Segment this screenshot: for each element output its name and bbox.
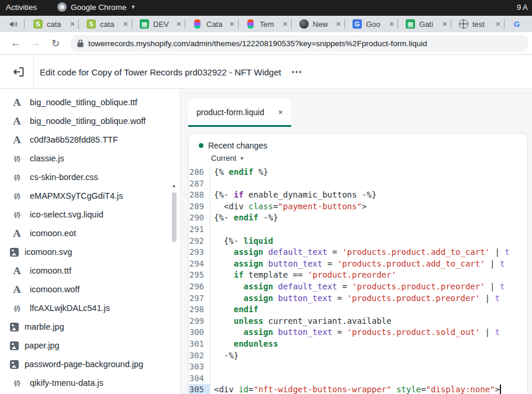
- browser-tab[interactable]: cata ×: [79, 16, 132, 32]
- code-editor: product-form.liquid × Recent changes Cur…: [181, 89, 532, 394]
- tab-close-icon[interactable]: ×: [443, 19, 447, 29]
- code-line[interactable]: if template == 'product.preorder': [214, 269, 527, 281]
- tab-close-icon[interactable]: ×: [123, 19, 128, 29]
- tab-close-icon[interactable]: ×: [230, 19, 234, 29]
- file-item[interactable]: ico-select.svg.liquid: [0, 205, 180, 224]
- font-file-icon: [10, 96, 24, 108]
- code-line[interactable]: assign button_text = 'products.product.a…: [214, 258, 527, 270]
- file-item[interactable]: icomoon.eot: [0, 224, 180, 243]
- sheets-icon: [406, 19, 415, 29]
- tab-close-icon[interactable]: ×: [70, 19, 75, 29]
- code-file-icon: [10, 305, 24, 312]
- file-item[interactable]: marble.jpg: [0, 317, 180, 336]
- file-item[interactable]: cs-skin-border.css: [0, 168, 180, 186]
- reload-button[interactable]: ↻: [46, 37, 65, 50]
- code-line[interactable]: {%- if enable_dynamic_buttons -%}: [214, 189, 527, 201]
- activities-button[interactable]: Activities: [6, 3, 37, 12]
- app-header: Edit code for Copy of Tower Records prd0…: [0, 56, 532, 89]
- scroll-up-icon[interactable]: ▲: [170, 182, 178, 190]
- tab-title: Goo: [366, 20, 387, 29]
- file-name: lfcAXLwjkDALc541.js: [30, 303, 110, 313]
- file-item[interactable]: icomoon.ttf: [0, 261, 180, 280]
- code-line[interactable]: {%- liquid: [214, 236, 527, 247]
- browser-tab[interactable]: test ×: [451, 16, 505, 32]
- code-file-icon: [10, 379, 24, 386]
- file-name: paper.jpg: [25, 341, 60, 350]
- code-line[interactable]: -%}: [214, 350, 527, 362]
- file-item[interactable]: lfcAXLwjkDALc541.js: [0, 299, 180, 317]
- code-file-icon: [10, 192, 24, 199]
- editor-tab-close-icon[interactable]: ×: [278, 108, 283, 117]
- tab-close-icon[interactable]: ×: [496, 19, 500, 29]
- browser-tab[interactable]: cata ×: [26, 16, 79, 32]
- code-line[interactable]: assign button_text = 'products.product.s…: [214, 327, 527, 338]
- browser-tab[interactable]: Gati ×: [398, 16, 451, 32]
- file-item[interactable]: icomoon.svg: [0, 243, 180, 261]
- file-name: marble.jpg: [25, 322, 64, 331]
- address-bar[interactable]: towerrecords.myshopify.com/admin/themes/…: [70, 35, 528, 51]
- code-line[interactable]: assign default_text = 'products.product.…: [214, 281, 527, 293]
- line-number: 288: [189, 189, 210, 201]
- back-button[interactable]: ←: [6, 37, 26, 49]
- tab-close-icon[interactable]: ×: [283, 19, 288, 29]
- scrollbar-thumb[interactable]: [172, 192, 177, 242]
- app-menu[interactable]: Google Chrome ▼: [57, 2, 136, 12]
- file-item[interactable]: icomoon.woff: [0, 280, 180, 299]
- file-item[interactable]: classie.js: [0, 149, 180, 168]
- chevron-down-icon: ▾: [240, 155, 243, 161]
- sheets-icon: [140, 19, 149, 29]
- figma-icon: [247, 19, 254, 29]
- code-line[interactable]: [214, 178, 527, 190]
- file-item[interactable]: big_noodle_titling_oblique.woff: [0, 112, 180, 130]
- file-item[interactable]: c0df3a6b528fdd85.TTF: [0, 130, 180, 149]
- exit-code-editor-button[interactable]: [12, 65, 25, 78]
- file-name: cs-skin-border.css: [30, 172, 98, 182]
- code-line[interactable]: <div id="nft-widget-buttons-wrapper" sty…: [214, 384, 527, 394]
- browser-tab[interactable]: DEV ×: [132, 16, 185, 32]
- tab-title: Cata: [206, 20, 227, 29]
- font-file-icon: [10, 227, 24, 239]
- file-name: icomoon.ttf: [30, 266, 71, 275]
- file-name: icomoon.woff: [30, 285, 80, 294]
- lock-icon: [77, 39, 84, 47]
- browser-tab[interactable]: New ×: [292, 16, 345, 32]
- code-line[interactable]: assign default_text = 'products.product.…: [214, 247, 527, 258]
- page-title: Edit code for Copy of Tower Records prd0…: [40, 67, 281, 77]
- code-line[interactable]: <div class="payment-buttons">: [214, 201, 527, 213]
- version-dropdown[interactable]: Current ▾: [211, 153, 518, 163]
- file-item[interactable]: password-page-background.jpg: [0, 355, 180, 374]
- tab-close-icon[interactable]: ×: [177, 19, 181, 29]
- text-cursor: [500, 385, 501, 394]
- browser-tab[interactable]: Cata ×: [185, 16, 239, 32]
- font-file-icon: [10, 115, 24, 127]
- code-line[interactable]: [214, 224, 527, 236]
- code-line[interactable]: [214, 373, 527, 385]
- code-line[interactable]: {%- endif -%}: [214, 212, 527, 224]
- forward-button[interactable]: →: [26, 37, 46, 49]
- more-actions-button[interactable]: •••: [292, 68, 303, 76]
- code-line[interactable]: assign button_text = 'products.product.p…: [214, 293, 527, 305]
- browser-tab[interactable]: ×: [505, 16, 532, 32]
- line-number: 305: [189, 384, 210, 394]
- code-file-icon: [10, 174, 24, 181]
- browser-tab[interactable]: Goo ×: [345, 16, 398, 32]
- file-item[interactable]: qikify-tmenu-data.js: [0, 374, 180, 392]
- tab-close-icon[interactable]: ×: [336, 19, 341, 29]
- file-item[interactable]: paper.jpg: [0, 336, 180, 355]
- code-line[interactable]: {% endif %}: [214, 167, 527, 178]
- code-line[interactable]: [214, 361, 527, 373]
- file-name: icomoon.svg: [25, 247, 72, 257]
- file-list: big_noodle_titling_oblique.ttf big_noodl…: [0, 93, 180, 392]
- clock: 9 A: [517, 3, 528, 12]
- image-file-icon: [10, 341, 19, 350]
- code-line[interactable]: endif: [214, 304, 527, 316]
- code-line[interactable]: endunless: [214, 338, 527, 350]
- file-item[interactable]: eMAPMXSyTCgGdiT4.js: [0, 186, 180, 205]
- browser-tab[interactable]: Tem ×: [239, 16, 292, 32]
- font-file-icon: [10, 265, 24, 277]
- editor-file-tab[interactable]: product-form.liquid ×: [188, 99, 291, 125]
- code-line[interactable]: unless current_variant.available: [214, 316, 527, 327]
- tab-close-icon[interactable]: ×: [389, 19, 394, 29]
- line-number: 291: [189, 224, 210, 236]
- file-item[interactable]: big_noodle_titling_oblique.ttf: [0, 93, 180, 112]
